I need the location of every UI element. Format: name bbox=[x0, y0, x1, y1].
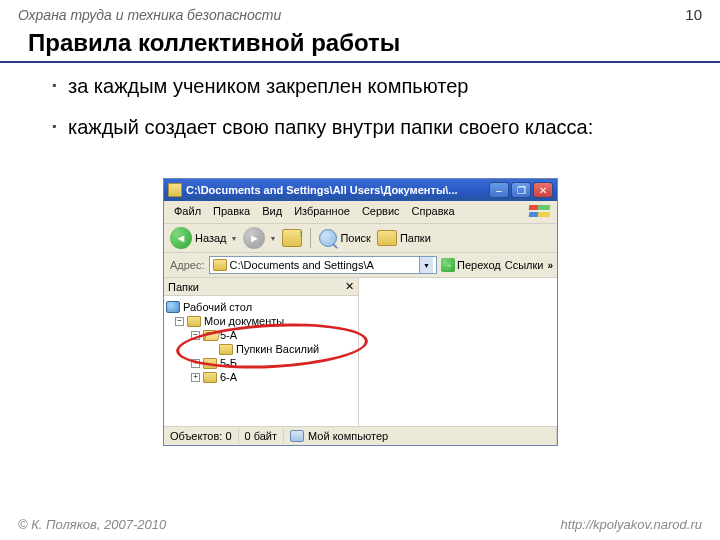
tree-item-5b[interactable]: + 5-Б bbox=[166, 356, 356, 370]
expand-icon[interactable]: + bbox=[191, 359, 200, 368]
footer-copyright: © К. Поляков, 2007-2010 bbox=[18, 517, 166, 532]
folders-label: Папки bbox=[400, 232, 431, 244]
menu-edit[interactable]: Правка bbox=[207, 203, 256, 221]
status-bytes: 0 байт bbox=[239, 428, 285, 444]
folder-icon bbox=[213, 259, 227, 271]
status-location: Мой компьютер bbox=[284, 428, 557, 444]
titlebar[interactable]: C:\Documents and Settings\All Users\Доку… bbox=[164, 179, 557, 201]
open-folder-icon bbox=[203, 330, 217, 341]
chevron-overflow-icon[interactable]: » bbox=[547, 260, 551, 271]
desktop-icon bbox=[166, 301, 180, 313]
bullet-item: за каждым учеником закреплен компьютер bbox=[52, 73, 696, 100]
folder-icon bbox=[203, 358, 217, 369]
tree-header-label: Папки bbox=[168, 281, 199, 293]
address-label: Адрес: bbox=[170, 259, 205, 271]
tree-label: Рабочий стол bbox=[183, 301, 252, 313]
folder-icon bbox=[168, 183, 182, 197]
footer-url: http://kpolyakov.narod.ru bbox=[561, 517, 702, 532]
folder-icon bbox=[187, 316, 201, 327]
address-field[interactable]: C:\Documents and Settings\A ▼ bbox=[209, 256, 437, 274]
chevron-down-icon: ▼ bbox=[231, 235, 238, 242]
slide-title: Правила коллективной работы bbox=[0, 25, 720, 63]
topic-text: Охрана труда и техника безопасности bbox=[18, 7, 281, 23]
up-button[interactable] bbox=[282, 229, 302, 247]
collapse-icon[interactable]: − bbox=[175, 317, 184, 326]
menu-favorites[interactable]: Избранное bbox=[288, 203, 356, 221]
folder-icon bbox=[377, 230, 397, 246]
expand-icon[interactable]: + bbox=[191, 373, 200, 382]
folders-button[interactable]: Папки bbox=[377, 230, 431, 246]
chevron-down-icon[interactable]: ▼ bbox=[419, 257, 433, 273]
go-label: Переход bbox=[457, 259, 501, 271]
status-objects: Объектов: 0 bbox=[164, 428, 239, 444]
folder-icon bbox=[203, 372, 217, 383]
folder-tree-pane: Папки ✕ Рабочий стол − Мои документы bbox=[164, 278, 359, 426]
menu-file[interactable]: Файл bbox=[168, 203, 207, 221]
menu-view[interactable]: Вид bbox=[256, 203, 288, 221]
back-button[interactable]: ◄ Назад ▼ bbox=[170, 227, 237, 249]
address-bar: Адрес: C:\Documents and Settings\A ▼ → П… bbox=[164, 253, 557, 278]
status-location-label: Мой компьютер bbox=[308, 430, 388, 442]
go-button[interactable]: → Переход bbox=[441, 258, 501, 272]
content-pane[interactable] bbox=[359, 278, 557, 426]
forward-button[interactable]: ► ▼ bbox=[243, 227, 276, 249]
bullet-item: каждый создает свою папку внутри папки с… bbox=[52, 114, 696, 141]
tree-label: 5-А bbox=[220, 329, 237, 341]
bullet-list: за каждым учеником закреплен компьютер к… bbox=[0, 73, 720, 141]
folder-icon bbox=[219, 344, 233, 355]
collapse-icon[interactable]: − bbox=[191, 331, 200, 340]
tree-label: 6-А bbox=[220, 371, 237, 383]
tree-item-5a[interactable]: − 5-А bbox=[166, 328, 356, 342]
tree-item-6a[interactable]: + 6-А bbox=[166, 370, 356, 384]
maximize-button[interactable]: ❐ bbox=[511, 182, 531, 198]
toolbar: ◄ Назад ▼ ► ▼ Поиск Папки bbox=[164, 224, 557, 253]
search-icon bbox=[319, 229, 337, 247]
close-tree-button[interactable]: ✕ bbox=[345, 280, 354, 293]
my-computer-icon bbox=[290, 430, 304, 442]
explorer-window: C:\Documents and Settings\All Users\Доку… bbox=[163, 178, 558, 446]
tree-item-desktop[interactable]: Рабочий стол bbox=[166, 300, 356, 314]
go-arrow-icon: → bbox=[441, 258, 455, 272]
chevron-down-icon: ▼ bbox=[269, 235, 276, 242]
back-label: Назад bbox=[195, 232, 227, 244]
minimize-button[interactable]: – bbox=[489, 182, 509, 198]
back-arrow-icon: ◄ bbox=[170, 227, 192, 249]
links-label[interactable]: Ссылки bbox=[505, 259, 544, 271]
menu-tools[interactable]: Сервис bbox=[356, 203, 406, 221]
close-button[interactable]: ✕ bbox=[533, 182, 553, 198]
windows-flag-icon bbox=[523, 203, 553, 221]
separator bbox=[310, 228, 311, 248]
forward-arrow-icon: ► bbox=[243, 227, 265, 249]
tree-label: Мои документы bbox=[204, 315, 284, 327]
window-title: C:\Documents and Settings\All Users\Доку… bbox=[186, 184, 489, 196]
tree-label: Пупкин Василий bbox=[236, 343, 319, 355]
address-path: C:\Documents and Settings\A bbox=[230, 259, 416, 271]
page-number: 10 bbox=[685, 6, 702, 23]
tree-label: 5-Б bbox=[220, 357, 237, 369]
status-bar: Объектов: 0 0 байт Мой компьютер bbox=[164, 426, 557, 445]
search-label: Поиск bbox=[340, 232, 370, 244]
tree-item-pupkin[interactable]: Пупкин Василий bbox=[166, 342, 356, 356]
tree-item-mydocs[interactable]: − Мои документы bbox=[166, 314, 356, 328]
menu-help[interactable]: Справка bbox=[406, 203, 461, 221]
menu-bar: Файл Правка Вид Избранное Сервис Справка bbox=[164, 201, 557, 224]
search-button[interactable]: Поиск bbox=[319, 229, 370, 247]
